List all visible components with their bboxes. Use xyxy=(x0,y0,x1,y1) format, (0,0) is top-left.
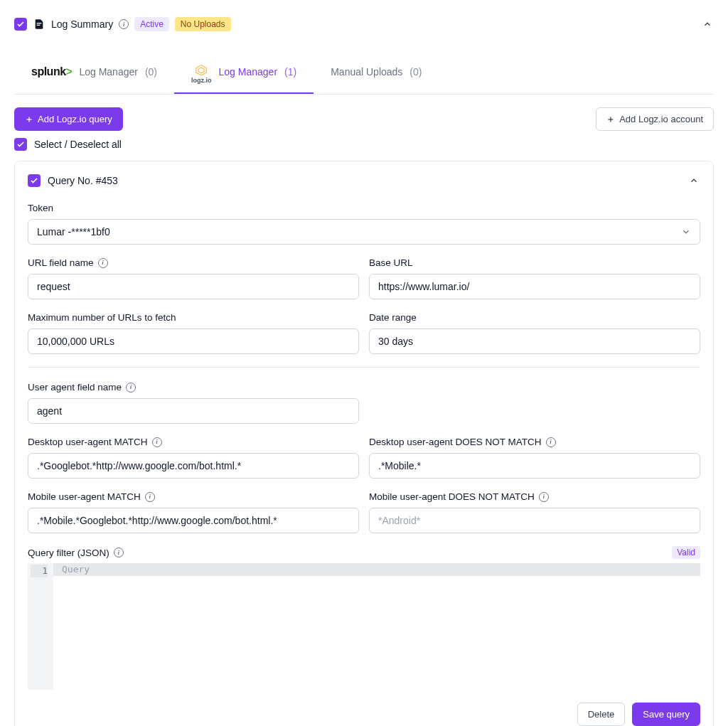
info-icon[interactable]: i xyxy=(539,492,549,502)
collapse-panel-icon[interactable] xyxy=(701,18,714,31)
plus-icon xyxy=(606,115,615,124)
save-query-button[interactable]: Save query xyxy=(632,703,700,726)
url-field-input[interactable] xyxy=(28,274,359,299)
svg-rect-0 xyxy=(37,23,42,23)
editor-placeholder: Query xyxy=(53,563,700,576)
mobile-match-label: Mobile user-agent MATCH xyxy=(28,491,141,502)
ua-field-label: User agent field name xyxy=(28,382,122,393)
query-filter-header: Query filter (JSON) i Valid xyxy=(28,546,700,559)
actions-row: Add Logz.io query Add Logz.io account xyxy=(14,107,714,131)
date-range-group: Date range xyxy=(369,312,700,354)
separator xyxy=(28,367,700,368)
splunk-logo: splunk> xyxy=(31,64,72,80)
plus-icon xyxy=(25,115,33,124)
base-url-group: Base URL xyxy=(369,257,700,299)
select-all-check-icon xyxy=(14,138,27,151)
desktop-nomatch-label: Desktop user-agent DOES NOT MATCH xyxy=(369,437,542,447)
info-icon[interactable]: i xyxy=(152,437,162,447)
svg-marker-2 xyxy=(196,65,206,75)
info-icon[interactable]: i xyxy=(98,258,108,268)
url-field-group: URL field name i xyxy=(28,257,359,299)
mobile-match-input[interactable] xyxy=(28,508,359,533)
tab-splunk-count: (0) xyxy=(145,66,157,78)
editor-area[interactable]: Query xyxy=(53,563,700,690)
card-footer: Delete Save query xyxy=(28,703,700,726)
valid-badge: Valid xyxy=(672,546,700,559)
mobile-nomatch-group: Mobile user-agent DOES NOT MATCH i xyxy=(369,491,700,533)
tab-manual-count: (0) xyxy=(410,66,422,78)
base-url-label: Base URL xyxy=(369,257,700,268)
collapse-card-icon[interactable] xyxy=(687,174,700,187)
badge-no-uploads: No Uploads xyxy=(175,17,231,31)
base-url-input[interactable] xyxy=(369,274,700,299)
add-logzio-account-button[interactable]: Add Logz.io account xyxy=(596,107,714,131)
max-urls-input[interactable] xyxy=(28,329,359,354)
logzio-logo: logz.io xyxy=(191,64,212,80)
tab-manual-uploads[interactable]: Manual Uploads (0) xyxy=(314,51,439,94)
select-all-label: Select / Deselect all xyxy=(34,139,122,150)
info-icon[interactable]: i xyxy=(119,19,129,29)
mobile-nomatch-label: Mobile user-agent DOES NOT MATCH xyxy=(369,491,535,502)
desktop-nomatch-group: Desktop user-agent DOES NOT MATCH i xyxy=(369,437,700,479)
tab-manual-label: Manual Uploads xyxy=(331,66,402,78)
mobile-nomatch-input[interactable] xyxy=(369,508,700,533)
query-title: Query No. #453 xyxy=(48,175,118,186)
date-range-input[interactable] xyxy=(369,329,700,354)
info-icon[interactable]: i xyxy=(126,383,136,393)
panel-header: Log Summary i Active No Uploads xyxy=(14,14,714,37)
token-label: Token xyxy=(28,203,700,213)
panel-check-icon[interactable] xyxy=(14,18,27,31)
query-filter-label: Query filter (JSON) xyxy=(28,548,109,558)
max-urls-label: Maximum number of URLs to fetch xyxy=(28,312,359,323)
info-icon[interactable]: i xyxy=(114,548,124,557)
tab-splunk-label: Log Manager xyxy=(79,66,138,78)
tab-logzio-count: (1) xyxy=(284,66,296,78)
badge-active: Active xyxy=(134,17,169,31)
card-header-left: Query No. #453 xyxy=(28,174,118,187)
select-deselect-all[interactable]: Select / Deselect all xyxy=(14,138,714,151)
desktop-match-group: Desktop user-agent MATCH i xyxy=(28,437,359,479)
desktop-match-input[interactable] xyxy=(28,453,359,479)
token-select[interactable]: Lumar -*****1bf0 xyxy=(28,219,700,245)
svg-rect-1 xyxy=(37,25,41,26)
add-logzio-query-button[interactable]: Add Logz.io query xyxy=(14,107,123,131)
ua-field-group: User agent field name i xyxy=(28,382,359,424)
token-group: Token Lumar -*****1bf0 xyxy=(28,203,700,245)
desktop-match-label: Desktop user-agent MATCH xyxy=(28,437,148,447)
tabs: splunk> Log Manager (0) logz.io Log Mana… xyxy=(14,51,714,95)
mobile-match-group: Mobile user-agent MATCH i xyxy=(28,491,359,533)
add-query-label: Add Logz.io query xyxy=(38,114,112,124)
delete-button[interactable]: Delete xyxy=(577,703,626,726)
svg-marker-3 xyxy=(198,68,204,73)
desktop-nomatch-input[interactable] xyxy=(369,453,700,479)
line-number: 1 xyxy=(31,565,48,577)
tab-splunk[interactable]: splunk> Log Manager (0) xyxy=(14,51,174,94)
max-urls-group: Maximum number of URLs to fetch xyxy=(28,312,359,354)
query-filter-editor[interactable]: 1 Query xyxy=(28,563,700,690)
tab-logzio[interactable]: logz.io Log Manager (1) xyxy=(174,51,314,94)
query-card: Query No. #453 Token Lumar -*****1bf0 UR… xyxy=(14,161,714,726)
panel-header-left: Log Summary i Active No Uploads xyxy=(14,17,231,31)
date-range-label: Date range xyxy=(369,312,700,323)
ua-field-input[interactable] xyxy=(28,398,359,424)
info-icon[interactable]: i xyxy=(546,437,556,447)
tab-logzio-label: Log Manager xyxy=(219,66,278,78)
editor-gutter: 1 xyxy=(28,563,53,690)
splunk-logo-text: splunk xyxy=(31,65,66,78)
logzio-logo-text: logz.io xyxy=(191,78,212,84)
card-header: Query No. #453 xyxy=(28,174,700,187)
info-icon[interactable]: i xyxy=(145,492,155,502)
url-field-label: URL field name xyxy=(28,257,94,268)
document-icon xyxy=(33,17,46,31)
add-account-label: Add Logz.io account xyxy=(619,114,703,124)
panel-title: Log Summary xyxy=(51,18,113,30)
query-check-icon[interactable] xyxy=(28,174,41,187)
